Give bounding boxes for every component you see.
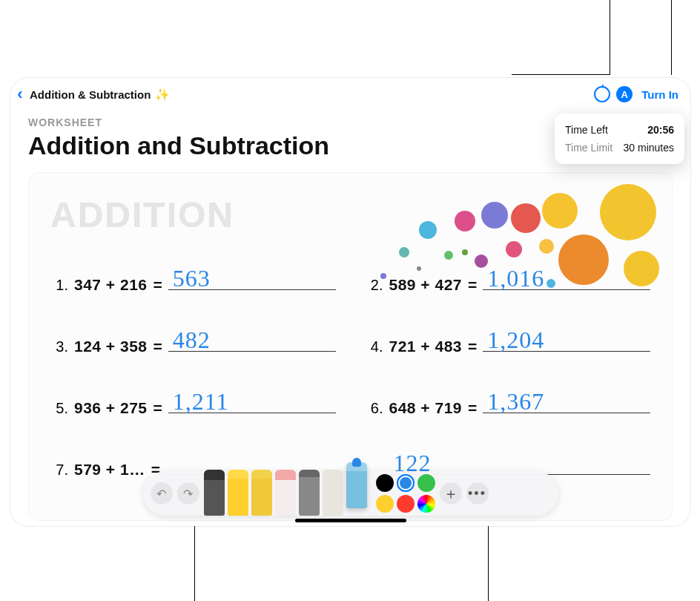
color-yellow[interactable] xyxy=(376,495,394,513)
svg-point-1 xyxy=(399,247,409,257)
color-wheel[interactable] xyxy=(417,495,435,513)
home-indicator[interactable] xyxy=(295,519,406,522)
answer-line[interactable]: 482 xyxy=(168,326,336,352)
drawing-tools xyxy=(204,471,367,516)
color-blue[interactable] xyxy=(397,474,415,492)
callout-line xyxy=(512,74,610,75)
worksheet-label: WORKSHEET xyxy=(28,116,329,128)
back-chevron-icon[interactable]: ‹ xyxy=(13,84,27,105)
problem-row: 1.347 + 216=563 xyxy=(50,265,336,294)
time-left-value: 20:56 xyxy=(647,124,674,136)
svg-point-4 xyxy=(444,251,453,260)
problem-row: 3.124 + 358=482 xyxy=(50,326,336,355)
eraser-tool[interactable] xyxy=(275,470,296,516)
problem-row: 6.648 + 719=1,367 xyxy=(366,388,651,417)
svg-point-2 xyxy=(417,266,421,271)
color-swatches xyxy=(376,474,435,513)
redo-button[interactable]: ↷ xyxy=(177,482,199,505)
answer-line[interactable]: 563 xyxy=(168,265,336,290)
problem-number: 1. xyxy=(50,277,68,294)
problem-number: 5. xyxy=(50,400,68,417)
svg-point-8 xyxy=(481,202,508,229)
svg-point-11 xyxy=(539,239,554,254)
svg-point-12 xyxy=(542,193,578,229)
problem-expression: 721 + 483 xyxy=(389,338,463,355)
marker-tool[interactable] xyxy=(251,470,272,516)
nav-right: A Turn In xyxy=(594,86,686,102)
undo-button[interactable]: ↶ xyxy=(151,482,173,505)
time-limit-label: Time Limit xyxy=(565,142,612,154)
callout-line xyxy=(671,0,672,75)
equals-sign: = xyxy=(468,399,477,417)
equals-sign: = xyxy=(153,399,162,417)
color-green[interactable] xyxy=(417,474,435,492)
undo-icon: ↶ xyxy=(156,487,166,501)
answer-handwriting: 563 xyxy=(173,265,211,292)
svg-point-14 xyxy=(600,184,656,240)
problem-number: 6. xyxy=(366,400,383,417)
problem-row: 4.721 + 483=1,204 xyxy=(366,326,651,355)
svg-point-10 xyxy=(511,203,541,233)
answer-handwriting: 482 xyxy=(173,326,211,354)
answer-line[interactable]: 1,367 xyxy=(483,388,650,413)
more-button[interactable]: ••• xyxy=(466,482,489,505)
timer-icon[interactable] xyxy=(594,86,610,102)
highlighter-tool[interactable] xyxy=(228,470,248,516)
time-limit-row: Time Limit 30 minutes xyxy=(565,139,674,157)
problem-expression: 936 + 275 xyxy=(74,399,148,417)
problem-number: 7. xyxy=(50,462,68,479)
callout-line xyxy=(610,0,610,75)
answer-line[interactable]: 1,016 xyxy=(483,265,650,290)
svg-point-5 xyxy=(455,211,475,231)
answer-handwriting: 1,204 xyxy=(487,326,544,354)
equals-sign: = xyxy=(153,338,162,355)
add-button[interactable]: ＋ xyxy=(440,482,462,505)
svg-point-6 xyxy=(462,249,468,255)
answer-handwriting: 1,211 xyxy=(173,388,229,416)
ipad-screen: ‹ Addition & Subtraction ✨ A Turn In Tim… xyxy=(10,78,690,526)
worksheet-title: Addition and Subtraction xyxy=(28,131,329,160)
more-icon: ••• xyxy=(468,486,486,502)
turn-in-button[interactable]: Turn In xyxy=(638,88,681,101)
answer-line[interactable]: 1,211 xyxy=(168,388,336,413)
problem-expression: 124 + 358 xyxy=(74,338,148,355)
pencil-tool[interactable] xyxy=(299,470,320,516)
color-red[interactable] xyxy=(397,495,415,513)
nav-title[interactable]: Addition & Subtraction xyxy=(30,88,151,101)
problem-expression: 579 + 1… xyxy=(74,461,145,479)
markup-toolbar: ↶ ↷ ＋ ••• xyxy=(143,471,558,516)
answer-handwriting: 1,016 xyxy=(487,265,544,292)
equals-sign: = xyxy=(153,276,162,294)
answer-handwriting: 1,367 xyxy=(487,388,544,416)
crayon-tool[interactable] xyxy=(346,462,367,508)
svg-point-9 xyxy=(506,241,522,257)
equals-sign: = xyxy=(468,338,477,355)
plus-icon: ＋ xyxy=(443,484,458,504)
title-block: WORKSHEET Addition and Subtraction xyxy=(28,116,329,160)
problem-number: 3. xyxy=(50,338,68,355)
svg-point-3 xyxy=(419,221,437,239)
svg-point-0 xyxy=(380,273,386,279)
problem-row: 5.936 + 275=1,211 xyxy=(50,388,336,417)
sparkle-icon: ✨ xyxy=(155,88,170,102)
problem-number: 4. xyxy=(366,338,383,355)
nav-left: ‹ Addition & Subtraction ✨ xyxy=(13,84,170,105)
problem-expression: 347 + 216 xyxy=(74,276,148,294)
time-limit-value: 30 minutes xyxy=(624,142,674,154)
answer-line[interactable]: 1,204 xyxy=(483,326,650,352)
navbar: ‹ Addition & Subtraction ✨ A Turn In xyxy=(10,78,690,111)
time-left-label: Time Left xyxy=(565,124,608,136)
color-black[interactable] xyxy=(376,474,394,492)
time-left-row: Time Left 20:56 xyxy=(565,121,674,139)
problem-expression: 648 + 719 xyxy=(389,399,463,417)
redo-icon: ↷ xyxy=(183,487,193,501)
pen-tool[interactable] xyxy=(204,470,225,516)
markup-icon[interactable]: A xyxy=(616,86,633,102)
time-popover: Time Left 20:56 Time Limit 30 minutes xyxy=(555,114,684,164)
ruler-tool[interactable] xyxy=(323,470,343,516)
